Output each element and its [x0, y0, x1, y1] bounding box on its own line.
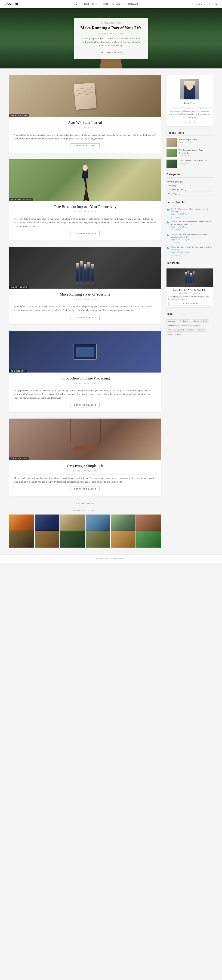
post-cta-journal[interactable]: CONTINUE READING	[71, 143, 100, 148]
tag-body[interactable]: Body	[201, 319, 209, 323]
tag-training[interactable]: Training	[196, 328, 206, 332]
tweet-link-3[interactable]: https://t.co/fXXNJXg9iB	[171, 239, 190, 241]
post-title-simple: Try Living a Simple Life	[14, 464, 156, 468]
hero-excerpt: Running improves your cardiovascular end…	[79, 37, 143, 47]
top-posts-widget: Top Posts Make Running A Part Of Your Li…	[166, 261, 213, 307]
author-twitter-icon[interactable]: t	[185, 121, 186, 123]
tweet-link-4[interactable]: https://t.co/rOB5EhYsY	[171, 251, 189, 253]
nav-contact[interactable]: CONTACT	[127, 3, 138, 5]
walking-figure	[79, 166, 91, 201]
post-date: APRIL 25, 2016	[84, 470, 98, 472]
post-card-running: IMPROVING LIFE Make Running a Part of Yo…	[9, 247, 161, 325]
tag-style[interactable]: Style	[166, 332, 174, 336]
instagram-thumb-5[interactable]	[111, 514, 135, 531]
post-title-processing: Introduction to Image Processing	[14, 376, 156, 380]
tag-nature[interactable]: Nature (1)	[166, 324, 179, 327]
instagram-icon[interactable]: ig	[204, 3, 205, 5]
tag-sport[interactable]: Sport	[192, 324, 200, 327]
pinterest-icon[interactable]: P	[206, 3, 208, 5]
behance-icon[interactable]: be	[212, 3, 214, 5]
tweet-4: 🐦 Updated version of Knowledge Base them…	[166, 246, 213, 256]
recent-post-3[interactable]: Make Running a Part of Your Life APRIL 2…	[166, 159, 213, 168]
author-avatar	[180, 79, 199, 99]
search-icon[interactable]: 🔍	[215, 3, 217, 5]
instagram-thumb-6[interactable]	[136, 514, 161, 531]
tag-sleep[interactable]: Sleep	[192, 319, 200, 323]
instagram-thumb-8[interactable]	[35, 531, 59, 547]
instagram-thumb-9[interactable]	[60, 531, 85, 547]
author-body	[184, 81, 195, 99]
recent-post-info-1: Start Writing a Journal APRIL 25, 2016	[179, 138, 198, 146]
linkedin-icon[interactable]: in	[195, 3, 197, 5]
hero-sep: •	[109, 33, 109, 35]
tag-trails[interactable]: Trails	[186, 328, 195, 332]
tweet-link-2[interactable]: https://t.co/fSqM7fjble	[171, 226, 188, 228]
instagram-thumb-12[interactable]	[136, 531, 161, 547]
recent-post-2[interactable]: Take Breaks to Improve Your Productivity…	[166, 149, 213, 157]
category-item-3[interactable]: Self Development (1)	[166, 188, 213, 192]
author-pinterest-icon[interactable]: P	[192, 121, 193, 123]
hero-cta-button[interactable]: CONTINUE READING	[97, 50, 125, 55]
swing-plank	[73, 446, 97, 451]
tweet-link-1[interactable]: https://t.co/fSqM7fjble	[171, 213, 188, 215]
journal-line	[77, 92, 93, 94]
instagram-thumb-10[interactable]	[86, 531, 110, 547]
category-item-4[interactable]: Technology (1)	[166, 192, 213, 196]
nav-home[interactable]: HOME	[72, 3, 79, 5]
recent-post-1[interactable]: Start Writing a Journal APRIL 25, 2016	[166, 138, 213, 146]
tag-work[interactable]: Work	[175, 332, 183, 336]
post-body-simple: Try Living a Simple Life JOHN DOE • APRI…	[9, 460, 161, 496]
post-excerpt-breaks: Every self-help program talks about the …	[14, 217, 156, 228]
instagram-thumb-4[interactable]	[86, 514, 110, 531]
author-dribbble-icon[interactable]: dr	[194, 121, 196, 123]
post-cta-breaks[interactable]: CONTINUE READING	[71, 231, 100, 236]
tag-software[interactable]: Software	[179, 324, 190, 327]
hero-title: Make Running a Part of Your Life	[79, 25, 143, 31]
top-post-cta[interactable]: CONTINUE READING	[168, 302, 211, 305]
category-item-1[interactable]: Improving Life (2)	[166, 180, 213, 184]
author-linkedin-icon[interactable]: in	[189, 121, 191, 123]
category-item-2[interactable]: Nature (1)	[166, 184, 213, 188]
recent-posts-title: Recent Posts	[166, 131, 213, 136]
runner-5	[91, 264, 94, 284]
post-image-journal: IMPROVING LIFE	[9, 75, 161, 117]
tweet-content-2: Limited Time Offer: MediumPress Theme is…	[171, 220, 213, 231]
author-widget: John Doe This is an awesome author who i…	[166, 75, 213, 126]
recent-post-title-2: Take Breaks to Improve Your Productivity	[179, 149, 213, 154]
author-facebook-icon[interactable]: f	[184, 121, 184, 123]
post-body-breaks: Take Breaks to Improve Your Productivity…	[9, 201, 161, 240]
instagram-thumb-1[interactable]	[9, 514, 34, 531]
tag-productivity[interactable]: Productivity	[178, 319, 191, 323]
googleplus-icon[interactable]: G	[198, 3, 200, 5]
figure-head	[82, 165, 88, 171]
post-card-breaks: SELF IMPROVEMENT Take Breaks to Improve …	[9, 159, 161, 240]
post-cta-simple[interactable]: CONTINUE READING	[71, 487, 100, 492]
track-runners	[72, 247, 98, 289]
instagram-thumb-7[interactable]	[9, 531, 34, 547]
instagram-thumb-3[interactable]	[60, 514, 85, 531]
youtube-icon[interactable]: ▶	[201, 3, 203, 5]
top-post-excerpt: Running improves your cardiovascular str…	[168, 295, 211, 301]
instagram-thumb-11[interactable]	[111, 531, 135, 547]
journal-lines	[76, 88, 93, 97]
main-layout: IMPROVING LIFE Start Writing a Journal J…	[7, 68, 215, 555]
tweets-widget: Latest Tweets 🐦 Check out WordPress – Th…	[166, 201, 213, 256]
top-post-image	[166, 269, 213, 287]
post-cta-processing[interactable]: CONTINUE READING	[71, 402, 100, 407]
nav-various-pages[interactable]: VARIOUS PAGES	[103, 3, 123, 5]
nav-post-layout[interactable]: POST LAYOUT	[82, 3, 100, 5]
author-googleplus-icon[interactable]: G	[187, 121, 189, 123]
twitter-bird-icon-4: 🐦	[166, 246, 170, 256]
instagram-thumb-2[interactable]	[35, 514, 59, 531]
post-date: APRIL 25, 2016	[84, 211, 98, 213]
tag-time-management[interactable]: Time Management	[166, 328, 186, 332]
laptop-screen	[73, 344, 97, 360]
dribbble-icon[interactable]: dr	[209, 3, 211, 5]
runner-sm-3	[190, 273, 192, 285]
site-logo[interactable]: CANDOR	[5, 2, 18, 6]
tag-featured[interactable]: featured	[166, 319, 177, 323]
twitter-icon[interactable]: t	[194, 3, 195, 5]
older-posts-link[interactable]: OLDER POSTS	[9, 503, 161, 505]
facebook-icon[interactable]: f	[192, 3, 193, 5]
post-cta-running[interactable]: CONTINUE READING	[71, 315, 100, 320]
